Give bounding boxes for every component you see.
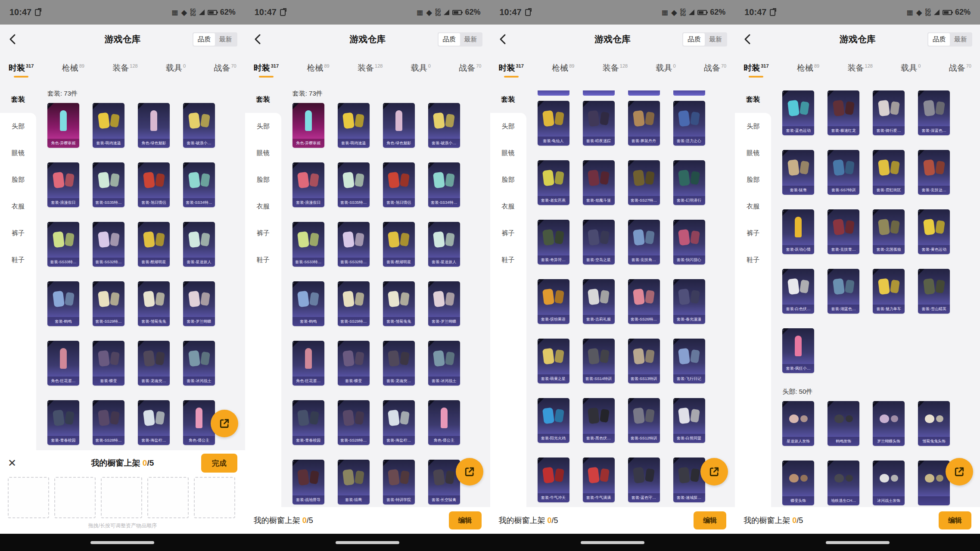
sidebar-item-头部[interactable]: 头部 xyxy=(0,113,36,140)
sidebar-item-眼镜[interactable]: 眼镜 xyxy=(0,140,36,166)
item-card[interactable]: 套装-猛隼 xyxy=(782,150,814,195)
tab-时装[interactable]: 时装317 xyxy=(6,62,36,78)
item-card[interactable]: 套装-萌鸡速递 xyxy=(93,103,124,148)
item-card[interactable]: 套装-罗兰蝴蝶 xyxy=(428,281,460,326)
sidebar-item-脸部[interactable]: 脸部 xyxy=(490,166,526,193)
item-card[interactable]: 套装-蓝色守… xyxy=(628,458,660,502)
item-card[interactable]: 套装-蝶变 xyxy=(93,341,124,386)
item-card[interactable]: 套装-飞行日记 xyxy=(673,339,705,383)
item-card[interactable]: 套装-鹤鸣 xyxy=(47,281,79,326)
sidebar-item-鞋子[interactable]: 鞋子 xyxy=(735,246,771,273)
sidebar-item-脸部[interactable]: 脸部 xyxy=(245,166,281,193)
item-card[interactable]: 套装-冰河战士 xyxy=(183,341,215,386)
item-card[interactable]: 套装-破浪小… xyxy=(183,103,215,148)
item-card[interactable]: 地铁逃生CH… xyxy=(828,461,859,505)
sidebar-item-脸部[interactable]: 脸部 xyxy=(0,166,36,193)
item-card[interactable]: 套装-萌黄之星 xyxy=(538,339,569,383)
item-card[interactable]: 冰河战士发饰 xyxy=(873,461,905,505)
tab-枪械[interactable]: 枪械89 xyxy=(794,62,822,78)
tab-载具[interactable]: 载具0 xyxy=(898,62,923,78)
item-card[interactable]: 套装-快闪甜心 xyxy=(673,220,705,265)
tab-时装[interactable]: 时装317 xyxy=(741,62,771,78)
done-button[interactable]: 完成 xyxy=(201,454,237,473)
item-card[interactable]: 套装-青春校园 xyxy=(292,400,324,445)
item-card[interactable]: 套装-雏菊兔兔 xyxy=(138,281,170,326)
item-card[interactable]: 套装-浪漫假日 xyxy=(292,162,324,207)
tab-时装[interactable]: 时装317 xyxy=(251,62,281,78)
item-card[interactable]: 套装-春光漫漫 xyxy=(673,279,705,324)
showcase-slot[interactable] xyxy=(8,477,49,518)
tab-装备[interactable]: 装备128 xyxy=(110,62,140,78)
item-card[interactable]: 套装-霓虹街区 xyxy=(873,150,905,195)
item-card[interactable]: 套装-雏菊兔兔 xyxy=(383,281,415,326)
item-card[interactable]: 套装-特训学院 xyxy=(383,460,415,504)
sidebar-item-头部[interactable]: 头部 xyxy=(490,113,526,140)
item-card[interactable]: 套装-SS28特… xyxy=(338,400,370,445)
sidebar-item-头部[interactable]: 头部 xyxy=(735,113,771,140)
item-card[interactable]: 套装-SS32特… xyxy=(338,222,370,267)
showcase-slot[interactable] xyxy=(147,477,189,518)
item-card[interactable]: 角色-异樱寒姬 xyxy=(47,103,79,148)
sidebar-item-裤子[interactable]: 裤子 xyxy=(0,220,36,246)
item-card[interactable]: 角色-狂花遐… xyxy=(292,341,324,386)
item-card[interactable]: 套装-牛气满满 xyxy=(583,458,615,502)
item-card[interactable]: 套装-酷潮明星 xyxy=(383,222,415,267)
back-button[interactable] xyxy=(498,33,511,46)
sidebar-item-头部[interactable]: 头部 xyxy=(245,113,281,140)
item-card[interactable]: 套装-SS35特… xyxy=(93,162,124,207)
sidebar-item-裤子[interactable]: 裤子 xyxy=(735,220,771,246)
share-fab-button[interactable] xyxy=(211,410,238,437)
item-card[interactable]: 角色-绿色魅影 xyxy=(138,103,170,148)
sidebar-item-脸部[interactable]: 脸部 xyxy=(735,166,771,193)
home-indicator[interactable] xyxy=(581,541,644,544)
item-card[interactable]: 套装-冰河战士 xyxy=(428,341,460,386)
sidebar-item-眼镜[interactable]: 眼镜 xyxy=(490,140,526,166)
sidebar-item-套装[interactable]: 套装 xyxy=(245,86,281,113)
sidebar-item-衣服[interactable]: 衣服 xyxy=(735,193,771,220)
tab-载具[interactable]: 载具0 xyxy=(163,62,188,78)
edit-button[interactable]: 编辑 xyxy=(449,511,482,529)
item-card[interactable]: 套装-蓝色运动 xyxy=(782,90,814,135)
item-card[interactable]: 套装-SS33特… xyxy=(292,222,324,267)
item-card[interactable]: 套装-雪山精英 xyxy=(918,269,950,314)
item-card[interactable]: 套装-跃动心情 xyxy=(782,209,814,254)
item-card[interactable]: 套装-SS28特… xyxy=(93,400,124,445)
item-card[interactable]: 套装-缤纷果语 xyxy=(538,279,569,324)
item-card[interactable]: 套装-长空猛禽 xyxy=(428,460,460,504)
item-card[interactable]: 鹤鸣发饰 xyxy=(828,401,859,446)
item-card[interactable]: 套装-SS26特… xyxy=(628,279,660,324)
item-card[interactable]: 角色-倩公主 xyxy=(183,400,215,445)
item-card[interactable]: 套装-海盐柠… xyxy=(138,400,170,445)
item-card[interactable]: 套装-青春校园 xyxy=(47,400,79,445)
sort-quality-button[interactable]: 品质 xyxy=(683,33,705,46)
item-card[interactable]: 套装-龙魂突… xyxy=(383,341,415,386)
item-card[interactable]: 套装-浪漫假日 xyxy=(47,162,79,207)
item-card[interactable]: 套装-暗夜迷踪 xyxy=(583,101,615,146)
sort-quality-button[interactable]: 品质 xyxy=(439,33,460,46)
home-indicator[interactable] xyxy=(90,541,154,544)
item-card[interactable]: 套装-老实芭蕉 xyxy=(538,160,569,205)
item-card[interactable]: 套装-战地督导 xyxy=(292,460,324,504)
item-card[interactable]: 角色-倩公主 xyxy=(428,400,460,445)
home-indicator[interactable] xyxy=(336,541,399,544)
item-card[interactable]: 套装-骑行爱… xyxy=(873,90,905,135)
item-card[interactable]: 套装-竞技达… xyxy=(918,150,950,195)
sort-quality-button[interactable]: 品质 xyxy=(928,33,950,46)
item-card[interactable]: 套装-旭日情侣 xyxy=(383,162,415,207)
share-fab-button[interactable] xyxy=(946,458,973,486)
item-card[interactable]: 套装-吉莉礼服 xyxy=(583,279,615,324)
item-card[interactable]: 套装-龟仙人 xyxy=(538,101,569,146)
sidebar-item-鞋子[interactable]: 鞋子 xyxy=(490,246,526,273)
sort-newest-button[interactable]: 最新 xyxy=(460,33,482,46)
item-card[interactable]: 套装-SS27特… xyxy=(628,160,660,205)
sidebar-item-衣服[interactable]: 衣服 xyxy=(245,193,281,220)
item-card[interactable]: 角色-狂花遐… xyxy=(47,341,79,386)
item-card[interactable]: 套装-黑色伏… xyxy=(583,398,615,443)
item-card[interactable]: 套装-竞技青… xyxy=(828,209,859,254)
item-card[interactable]: 套装-魅力单车 xyxy=(873,269,905,314)
item-card[interactable]: 套装-牛气冲天 xyxy=(538,458,569,502)
item-card[interactable]: 套装-旭日情侣 xyxy=(138,162,170,207)
item-card[interactable]: 套装-罗兰蝴蝶 xyxy=(183,281,215,326)
sidebar-item-眼镜[interactable]: 眼镜 xyxy=(735,140,771,166)
item-card[interactable]: 蝶变头饰 xyxy=(782,461,814,505)
